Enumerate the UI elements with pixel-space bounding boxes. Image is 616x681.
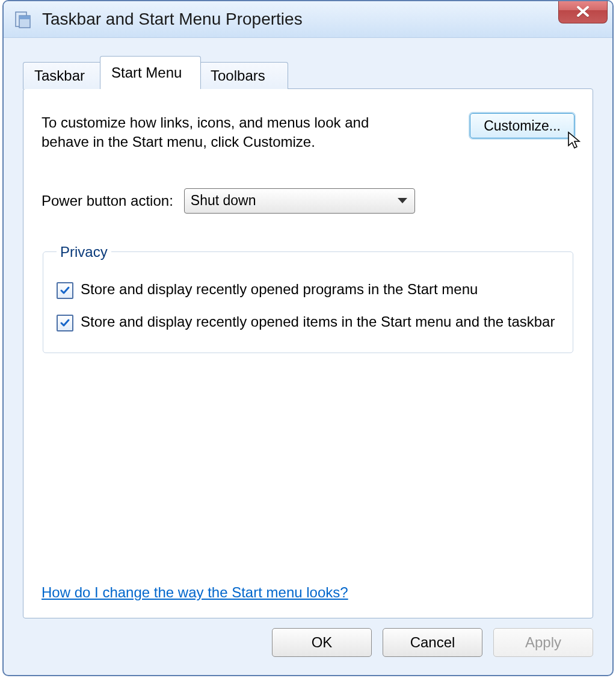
apply-button[interactable]: Apply	[493, 628, 593, 657]
select-value: Shut down	[191, 193, 256, 209]
checkbox-label: Store and display recently opened progra…	[81, 280, 478, 299]
help-link[interactable]: How do I change the way the Start menu l…	[42, 584, 348, 601]
checkbox-recent-items[interactable]	[57, 315, 73, 331]
client-area: Taskbar Start Menu Toolbars To customize…	[8, 39, 608, 670]
checkbox-row-recent-programs: Store and display recently opened progra…	[57, 280, 559, 299]
power-action-label: Power button action:	[42, 193, 173, 209]
dialog-button-row: OK Cancel Apply	[272, 626, 593, 659]
dialog-window: Taskbar and Start Menu Properties Taskba…	[2, 0, 614, 676]
button-label: OK	[312, 634, 333, 651]
checkbox-label: Store and display recently opened items …	[81, 312, 555, 331]
tab-label: Start Menu	[111, 64, 182, 81]
intro-row: To customize how links, icons, and menus…	[42, 113, 574, 152]
tab-label: Toolbars	[211, 67, 265, 84]
window-title: Taskbar and Start Menu Properties	[42, 10, 303, 29]
chevron-down-icon	[398, 198, 407, 203]
button-label: Customize...	[484, 118, 561, 134]
tab-panel-start-menu: To customize how links, icons, and menus…	[23, 88, 593, 618]
cancel-button[interactable]: Cancel	[383, 628, 482, 657]
tab-taskbar[interactable]: Taskbar	[23, 62, 102, 89]
checkbox-row-recent-items: Store and display recently opened items …	[57, 312, 559, 331]
tab-label: Taskbar	[34, 67, 85, 84]
tab-toolbars[interactable]: Toolbars	[199, 62, 288, 89]
svg-rect-2	[19, 16, 30, 19]
close-button[interactable]	[558, 0, 608, 23]
privacy-legend: Privacy	[57, 244, 111, 260]
tab-start-menu[interactable]: Start Menu	[100, 56, 201, 89]
power-action-row: Power button action: Shut down	[42, 188, 574, 214]
button-label: Apply	[525, 634, 561, 651]
customize-button[interactable]: Customize...	[470, 113, 574, 138]
tab-strip: Taskbar Start Menu Toolbars	[23, 55, 593, 89]
link-text: How do I change the way the Start menu l…	[42, 584, 348, 600]
intro-text: To customize how links, icons, and menus…	[42, 113, 402, 152]
checkbox-recent-programs[interactable]	[57, 282, 73, 299]
title-bar: Taskbar and Start Menu Properties	[4, 1, 612, 38]
button-label: Cancel	[410, 634, 455, 651]
properties-icon	[13, 10, 32, 29]
privacy-group: Privacy Store and display recently opene…	[43, 244, 573, 353]
ok-button[interactable]: OK	[272, 628, 372, 657]
power-action-select[interactable]: Shut down	[184, 188, 415, 214]
